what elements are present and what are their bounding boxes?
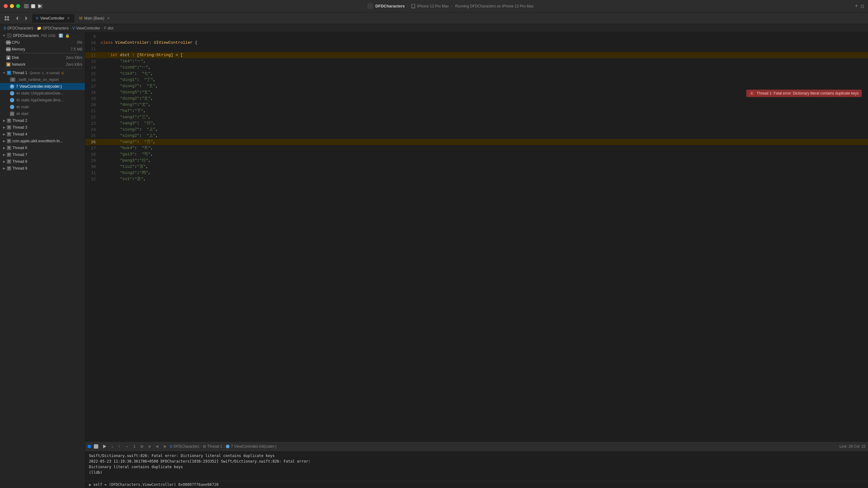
console-error-2: 2022-05-23 11:19:38.361786+0500 DFDChara…: [89, 459, 310, 463]
code-line-9: 9: [85, 33, 868, 40]
breadcrumb-dfdcharacters-1[interactable]: DFDCharacters: [7, 26, 33, 30]
console-arrow: ▶: [89, 483, 91, 487]
viewcontroller-tab-close[interactable]: ✕: [66, 16, 71, 21]
breadcrumb-separator-1: ›: [407, 4, 408, 8]
stop-button[interactable]: [31, 4, 36, 8]
line-content-31: "bing2":"丙",: [101, 170, 868, 176]
line-col-indicator: Line: 26 Col: 22: [839, 444, 866, 449]
thread1-icon: T: [7, 71, 11, 75]
svg-marker-12: [25, 16, 27, 21]
svg-rect-7: [5, 16, 6, 18]
line-content-20: "dong7":"丈",: [101, 102, 868, 108]
breadcrumb: D DFDCharacters › 📁 DFDCharacters › V Vi…: [0, 24, 868, 32]
active-indicator: [88, 445, 91, 448]
frame46-num: 46: [16, 105, 20, 109]
close-button[interactable]: [4, 4, 8, 8]
minimize-button[interactable]: [10, 4, 14, 8]
sidebar-disk[interactable]: 💾 Disk Zero KB/s: [0, 54, 85, 61]
frame-7[interactable]: P 7 ViewController.init(coder:): [0, 83, 85, 90]
viewcontroller-tab-icon: V: [36, 16, 38, 21]
line-num-23: 23: [85, 120, 101, 126]
frame-44[interactable]: 44 static UIApplicationDele...: [0, 90, 85, 97]
network-icon: 📶: [6, 62, 10, 67]
line-num-27: 27: [85, 145, 101, 151]
thread6-label: Thread 6: [12, 146, 27, 150]
grid-view-button[interactable]: [2, 14, 11, 23]
network-value: Zero KB/s: [66, 62, 83, 67]
thread1-label: Thread 1: [12, 71, 27, 75]
svg-rect-0: [24, 4, 29, 5]
frame0-icon: 0: [10, 78, 16, 82]
back-button[interactable]: [12, 14, 21, 23]
sidebar-thread6[interactable]: T Thread 6: [0, 144, 85, 151]
debug-btn2[interactable]: ⊙: [138, 443, 145, 450]
step-over-btn2[interactable]: →: [123, 443, 130, 450]
step-in-button[interactable]: ↓: [110, 443, 115, 450]
main-content: DFDCharacters PID 1036 ℹ️ 🔒 CPU CPU 0% M…: [0, 32, 868, 488]
add-tab-button[interactable]: +: [855, 3, 858, 9]
frame-45[interactable]: 45 static AppDelegate.$ma...: [0, 97, 85, 104]
code-line-24: 24 "siong7": "上",: [85, 126, 868, 133]
split-view-button[interactable]: ⊡: [861, 4, 864, 9]
svg-marker-11: [16, 16, 18, 21]
memory-value: 7.5 MB: [71, 47, 83, 52]
line-content-27: "buk4": "不",: [101, 145, 868, 151]
line-num-15: 15: [85, 71, 101, 77]
debug-btn1[interactable]: ⤵: [132, 443, 137, 450]
forward-button[interactable]: [22, 14, 31, 23]
thread8-chevron: [2, 160, 6, 163]
code-line-28: 28 "gai3": "丐",: [85, 151, 868, 157]
line-num-28: 28: [85, 151, 101, 157]
debug-btn3[interactable]: ≡: [147, 443, 152, 450]
thread6-icon: T: [7, 146, 11, 150]
network-label: Network: [12, 62, 25, 67]
sidebar-toggle-button[interactable]: [24, 4, 29, 8]
console-content: Swift/Dictionary.swift:826: Fatal error:…: [85, 451, 868, 481]
step-out-button[interactable]: ↑: [116, 443, 122, 450]
line-num-22: 22: [85, 114, 101, 120]
sidebar-thread7[interactable]: T Thread 7: [0, 151, 85, 158]
breadcrumb-dfdcharacters-2[interactable]: DFDCharacters: [43, 26, 68, 30]
tab-viewcontroller[interactable]: V ViewController ✕: [32, 14, 74, 23]
thread3-label: Thread 3: [12, 125, 27, 130]
sidebar-cpu[interactable]: CPU CPU 0%: [0, 39, 85, 46]
sidebar-thread1[interactable]: T Thread 1 Queue: c...d (serial) ⚠: [0, 69, 85, 76]
line-num-32: 32: [85, 176, 101, 182]
sidebar-thread2[interactable]: T Thread 2: [0, 117, 85, 124]
sidebar-divider: [2, 68, 83, 69]
line-num-25: 25: [85, 133, 101, 139]
app-icon: [367, 3, 373, 9]
frame45-num: 45: [16, 98, 20, 102]
continue-button[interactable]: [101, 443, 108, 450]
run-button[interactable]: [37, 4, 42, 8]
sidebar-thread4[interactable]: T Thread 4: [0, 131, 85, 138]
sidebar-uikit-thread[interactable]: T com.apple.uikit.eventfetch-th...: [0, 138, 85, 144]
breadcrumb-dict[interactable]: dict: [108, 26, 114, 30]
sidebar-memory[interactable]: MEM Memory 7.5 MB: [0, 46, 85, 53]
sidebar-app-item[interactable]: DFDCharacters PID 1036 ℹ️ 🔒: [0, 32, 85, 39]
sidebar-thread9[interactable]: T Thread 9: [0, 165, 85, 172]
svg-rect-13: [94, 444, 98, 449]
step-over-button[interactable]: [92, 443, 100, 450]
error-message: Thread 1: Fatal error: Dictionary litera…: [757, 91, 859, 95]
uikit-chevron: [2, 140, 6, 143]
sidebar-thread8[interactable]: T Thread 8: [0, 158, 85, 165]
line-content-17: "diong7": "丈",: [101, 83, 868, 89]
code-editor[interactable]: ≡ Thread 1: Fatal error: Dictionary lite…: [85, 32, 868, 441]
sidebar-network[interactable]: 📶 Network Zero KB/s: [0, 61, 85, 68]
breadcrumb-viewcontroller[interactable]: ViewController: [76, 26, 100, 30]
error-menu-button[interactable]: ≡: [749, 91, 754, 96]
debug-btn4[interactable]: ⊲: [154, 443, 160, 450]
frame46-person-icon: [10, 105, 14, 109]
sidebar-thread3[interactable]: T Thread 3: [0, 124, 85, 131]
code-line-20: 20 "dong7":"丈",: [85, 102, 868, 108]
maximize-button[interactable]: [16, 4, 20, 8]
frame-0[interactable]: 0 _swift_runtime_on_report: [0, 76, 85, 83]
frame-48[interactable]: f 48 start: [0, 110, 85, 117]
main-tab-close[interactable]: ✕: [106, 16, 111, 21]
line-content-32: "zv1":"且",: [101, 176, 868, 182]
debug-btn5[interactable]: ⊳: [162, 443, 168, 450]
frame-46[interactable]: 46 main: [0, 104, 85, 110]
editor-area: ≡ Thread 1: Fatal error: Dictionary lite…: [85, 32, 868, 488]
tab-main[interactable]: M Main (Base) ✕: [75, 14, 114, 23]
